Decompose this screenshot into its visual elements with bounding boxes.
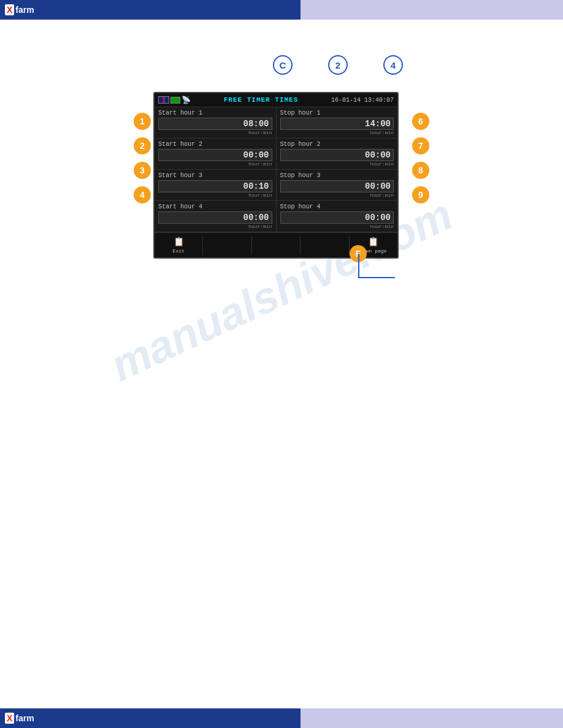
badge-7: 7 (412, 137, 429, 154)
timer-row-3: Start hour 3 00:10 hour:min Stop hour 3 … (155, 170, 397, 201)
stop-value-2[interactable]: 00:00 (280, 149, 394, 161)
timer-cell-start-2[interactable]: Start hour 2 00:00 hour:min (155, 138, 277, 169)
footer-logo: X farm (5, 713, 34, 724)
header-bar: X farm (0, 0, 563, 20)
badge-1: 1 (134, 113, 151, 130)
badge-6: 6 (412, 113, 429, 130)
timer-row-1: Start hour 1 08:00 hour:min Stop hour 1 … (155, 107, 397, 138)
stop-unit-2: hour:min (280, 161, 394, 167)
exit-icon: 📋 (174, 237, 184, 247)
logo: X farm (5, 4, 34, 15)
header-blue: X farm (0, 0, 301, 20)
start-label-2: Start hour 2 (158, 141, 272, 148)
screen-header: 📡 FREE TIMER TIMES 16-01-14 13:40:07 (155, 93, 397, 107)
exit-button[interactable]: 📋 Exit (155, 235, 203, 255)
start-value-1[interactable]: 08:00 (158, 118, 272, 130)
screen-title: FREE TIMER TIMES (224, 96, 299, 104)
rss-icon: 📡 (182, 96, 191, 104)
stop-label-4: Stop hour 4 (280, 203, 394, 210)
exit-label: Exit (173, 248, 185, 254)
start-label-3: Start hour 3 (158, 172, 272, 179)
footer-lavender (301, 708, 563, 728)
stop-label-2: Stop hour 2 (280, 141, 394, 148)
timer-cell-stop-2[interactable]: Stop hour 2 00:00 hour:min (277, 138, 398, 169)
start-label-4: Start hour 4 (158, 203, 272, 210)
timer-cell-stop-3[interactable]: Stop hour 3 00:00 hour:min (277, 170, 398, 200)
btn-empty-2[interactable] (252, 235, 301, 255)
connector-line-f-horizontal (358, 277, 395, 278)
logo-farm: farm (15, 5, 34, 15)
timer-cell-start-4[interactable]: Start hour 4 00:00 hour:min (155, 201, 277, 232)
stop-label-1: Stop hour 1 (280, 110, 394, 116)
start-value-2[interactable]: 00:00 (158, 149, 272, 161)
btn-empty-3[interactable] (301, 235, 349, 255)
timer-cell-stop-4[interactable]: Stop hour 4 00:00 hour:min (277, 201, 398, 232)
timer-cell-start-3[interactable]: Start hour 3 00:10 hour:min (155, 170, 277, 200)
footer-blue: X farm (0, 708, 301, 728)
stop-value-3[interactable]: 00:00 (280, 180, 394, 192)
timer-row-2: Start hour 2 00:00 hour:min Stop hour 2 … (155, 138, 397, 170)
badge-3: 3 (134, 162, 151, 179)
logo-x: X (5, 4, 14, 15)
down-page-icon: 📋 (368, 237, 378, 247)
badge-8: 8 (412, 162, 429, 179)
start-label-1: Start hour 1 (158, 110, 272, 116)
footer-logo-farm: farm (15, 713, 34, 723)
start-unit-2: hour:min (158, 161, 272, 167)
timer-cell-stop-1[interactable]: Stop hour 1 14:00 hour:min (277, 107, 398, 138)
badge-4: 4 (134, 186, 151, 203)
stop-value-1[interactable]: 14:00 (280, 118, 394, 130)
footer-logo-x: X (5, 713, 14, 724)
stop-label-3: Stop hour 3 (280, 172, 394, 179)
screen-datetime: 16-01-14 13:40:07 (331, 97, 394, 104)
flag-uk (158, 96, 169, 104)
start-unit-4: hour:min (158, 224, 272, 229)
badge-9: 9 (412, 186, 429, 203)
stop-unit-1: hour:min (280, 130, 394, 135)
screen-flags: 📡 (158, 96, 191, 104)
annotation-2-top: 2 (328, 55, 348, 75)
connector-line-f (358, 254, 359, 278)
stop-unit-4: hour:min (280, 224, 394, 229)
stop-unit-3: hour:min (280, 192, 394, 198)
annotation-c: C (273, 55, 293, 75)
timer-cell-start-1[interactable]: Start hour 1 08:00 hour:min (155, 107, 277, 138)
header-lavender (301, 0, 563, 20)
start-unit-3: hour:min (158, 192, 272, 198)
device-screen: 📡 FREE TIMER TIMES 16-01-14 13:40:07 Sta… (153, 92, 399, 259)
btn-empty-1[interactable] (203, 235, 251, 255)
flag-green (170, 97, 180, 104)
start-value-4[interactable]: 00:00 (158, 211, 272, 224)
footer-bar: X farm (0, 708, 563, 728)
start-value-3[interactable]: 00:10 (158, 180, 272, 192)
start-unit-1: hour:min (158, 130, 272, 135)
main-content: manualshive.com C 2 4 📡 FREE TIMER TIMES… (0, 20, 563, 708)
annotation-4-top: 4 (383, 55, 403, 75)
stop-value-4[interactable]: 00:00 (280, 211, 394, 224)
timer-row-4: Start hour 4 00:00 hour:min Stop hour 4 … (155, 201, 397, 232)
badge-2: 2 (134, 137, 151, 154)
